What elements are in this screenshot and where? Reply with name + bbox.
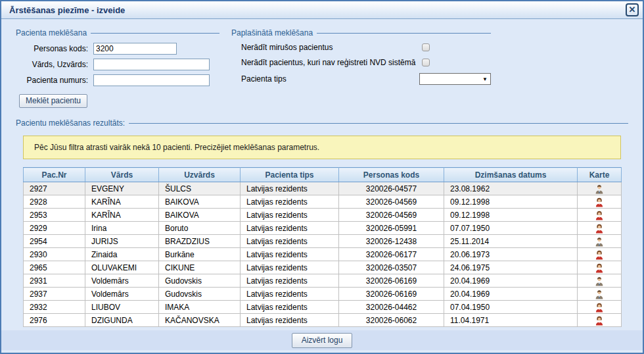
personas-kods-input[interactable] — [93, 43, 177, 55]
table-row[interactable]: 2976 DZIGUNDA KAČANOVSKA Latvijas rezide… — [24, 314, 622, 327]
personas-kods-label: Personas kods: — [16, 44, 93, 53]
pacienta-numurs-field: Pacienta numurs: — [16, 74, 219, 86]
cell-pac-nr: 2930 — [24, 248, 85, 261]
cell-kods: 320026-04569 — [339, 195, 444, 209]
cell-uzvards: Burkāne — [159, 248, 241, 261]
cell-uzvards: Gudovskis — [159, 288, 241, 301]
table-row[interactable]: 2930 Zinaida Burkāne Latvijas rezidents … — [24, 248, 622, 261]
cell-pac-nr: 2937 — [24, 288, 85, 301]
warning-message: Pēc Jūsu filtra atrasti vairāk nekā 10 p… — [23, 136, 621, 159]
hide-deceased-row: Nerādīt mirušos pacientus — [231, 43, 491, 52]
cell-uzvards: BAIKOVA — [159, 209, 241, 222]
female-patient-icon[interactable] — [594, 223, 605, 234]
cell-tips: Latvijas rezidents — [241, 288, 339, 301]
cell-pac-nr: 2932 — [24, 301, 85, 314]
cell-kods: 320026-06062 — [339, 314, 444, 327]
cell-karte — [578, 209, 622, 222]
patient-search-section: Pacienta meklēšana Personas kods: Vārds,… — [16, 28, 219, 108]
vards-uzvards-field: Vārds, Uzvārds: — [16, 59, 219, 70]
female-patient-icon[interactable] — [594, 249, 605, 260]
cell-dzim: 20.06.1973 — [444, 248, 578, 261]
hide-unregistered-checkbox[interactable] — [422, 59, 430, 66]
pacienta-tips-select[interactable]: ▼ — [419, 73, 491, 85]
cell-dzim: 20.04.1969 — [444, 274, 578, 288]
cell-pac-nr: 2953 — [24, 209, 85, 222]
table-row[interactable]: 2932 LIUBOV IMAKA Latvijas rezidents 320… — [24, 301, 622, 314]
table-row[interactable]: 2931 Voldemārs Gudovskis Latvijas rezide… — [24, 274, 622, 288]
cell-dzim: 09.12.1998 — [444, 209, 578, 222]
cell-kods: 320026-06177 — [339, 248, 444, 261]
cell-tips: Latvijas rezidents — [241, 182, 339, 195]
cell-vards: Voldemārs — [85, 274, 159, 288]
cell-tips: Latvijas rezidents — [241, 314, 339, 327]
cell-vards: KARĪNA — [85, 209, 159, 222]
table-row[interactable]: 2954 JURIJS BRAZDZIUS Latvijas rezidents… — [24, 235, 622, 248]
female-patient-icon[interactable] — [594, 315, 605, 326]
cell-vards: OLUVAKEMI — [85, 261, 159, 274]
advanced-search-section: Paplašinātā meklēšana Nerādīt mirušos pa… — [231, 28, 491, 108]
male-patient-icon[interactable] — [594, 236, 605, 247]
cell-uzvards: KAČANOVSKA — [159, 314, 241, 327]
vards-uzvards-input[interactable] — [93, 59, 210, 70]
cell-tips: Latvijas rezidents — [241, 222, 339, 235]
cell-dzim: 09.12.1998 — [444, 195, 578, 209]
meklet-pacientu-button[interactable]: Meklēt pacientu — [19, 94, 87, 108]
hide-unregistered-label: Nerādīt pacientus, kuri nav reģistreti N… — [241, 58, 422, 67]
male-patient-icon[interactable] — [594, 276, 605, 286]
aizvert-logu-button[interactable]: Aizvērt logu — [292, 333, 353, 348]
table-row[interactable]: 2927 EVGENY ŠULCS Latvijas rezidents 320… — [24, 182, 622, 195]
cell-tips: Latvijas rezidents — [241, 274, 339, 288]
cell-dzim: 07.07.1950 — [444, 222, 578, 235]
cell-uzvards: Boruto — [159, 222, 241, 235]
cell-uzvards: IMAKA — [159, 301, 241, 314]
results-table: Pac.Nr Vārds Uzvārds Pacienta tips Perso… — [23, 167, 622, 327]
female-patient-icon[interactable] — [594, 197, 605, 207]
pacienta-numurs-label: Pacienta numurs: — [16, 76, 93, 85]
cell-vards: JURIJS — [85, 235, 159, 248]
cell-uzvards: BRAZDZIUS — [159, 235, 241, 248]
female-patient-icon[interactable] — [594, 302, 605, 313]
legend-divider — [91, 33, 219, 34]
cell-pac-nr: 2954 — [24, 235, 85, 248]
hide-deceased-checkbox[interactable] — [422, 43, 430, 51]
cell-pac-nr: 2927 — [24, 182, 85, 195]
vards-uzvards-label: Vārds, Uzvārds: — [16, 60, 93, 69]
pacienta-tips-label: Pacienta tips — [241, 74, 419, 84]
col-kods: Personas kods — [339, 168, 444, 182]
cell-uzvards: Gudovskis — [159, 274, 241, 288]
table-row[interactable]: 2953 KARĪNA BAIKOVA Latvijas rezidents 3… — [24, 209, 622, 222]
table-row[interactable]: 2929 Irina Boruto Latvijas rezidents 320… — [24, 222, 622, 235]
pacienta-numurs-input[interactable] — [93, 74, 210, 86]
cell-dzim: 24.06.1975 — [444, 261, 578, 274]
cell-kods: 320026-04569 — [339, 209, 444, 222]
results-header-row: Pac.Nr Vārds Uzvārds Pacienta tips Perso… — [24, 168, 622, 182]
male-patient-icon[interactable] — [594, 289, 605, 299]
cell-kods: 320026-12438 — [339, 235, 444, 248]
col-dzim: Dzimšanas datums — [444, 168, 578, 182]
cell-uzvards: ŠULCS — [159, 182, 241, 195]
cell-karte — [578, 222, 622, 235]
col-uzvards: Uzvārds — [159, 168, 241, 182]
col-karte: Karte — [578, 168, 622, 182]
results-table-body: 2927 EVGENY ŠULCS Latvijas rezidents 320… — [24, 182, 622, 327]
table-row[interactable]: 2937 Voldemārs Gudovskis Latvijas rezide… — [24, 288, 622, 301]
table-row[interactable]: 2965 OLUVAKEMI CIKUNE Latvijas rezidents… — [24, 261, 622, 274]
cell-karte — [578, 195, 622, 209]
cell-kods: 320026-05991 — [339, 222, 444, 235]
col-tips: Pacienta tips — [241, 168, 339, 182]
male-patient-icon[interactable] — [594, 184, 605, 194]
cell-karte — [578, 301, 622, 314]
table-row[interactable]: 2928 KARĪNA BAIKOVA Latvijas rezidents 3… — [24, 195, 622, 209]
cell-karte — [578, 248, 622, 261]
cell-pac-nr: 2928 — [24, 195, 85, 209]
cell-vards: Irina — [85, 222, 159, 235]
cell-karte — [578, 314, 622, 327]
cell-karte — [578, 288, 622, 301]
cell-vards: KARĪNA — [85, 195, 159, 209]
close-icon[interactable]: ✕ — [626, 3, 639, 16]
chevron-down-icon: ▼ — [482, 76, 488, 82]
female-patient-icon[interactable] — [594, 263, 605, 273]
female-patient-icon[interactable] — [594, 210, 605, 220]
search-forms: Pacienta meklēšana Personas kods: Vārds,… — [16, 28, 628, 108]
advanced-search-legend: Paplašinātā meklēšana — [231, 28, 313, 38]
